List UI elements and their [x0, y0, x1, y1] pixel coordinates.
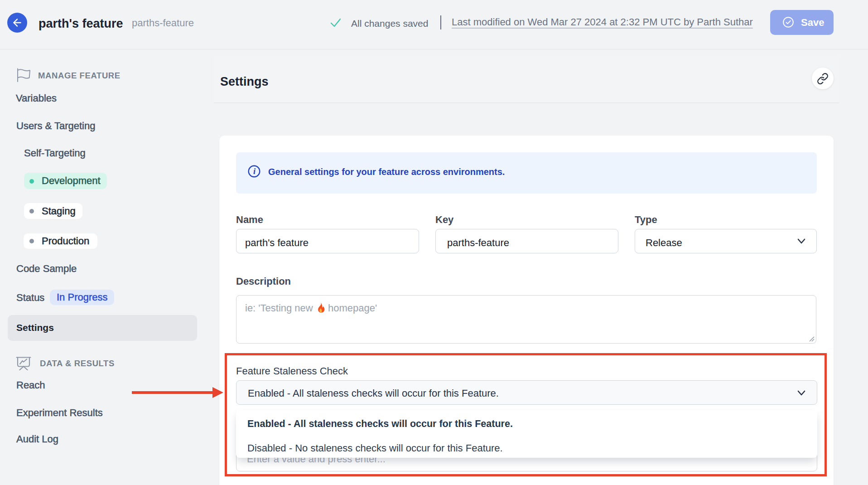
svg-text:i: i — [253, 166, 256, 176]
